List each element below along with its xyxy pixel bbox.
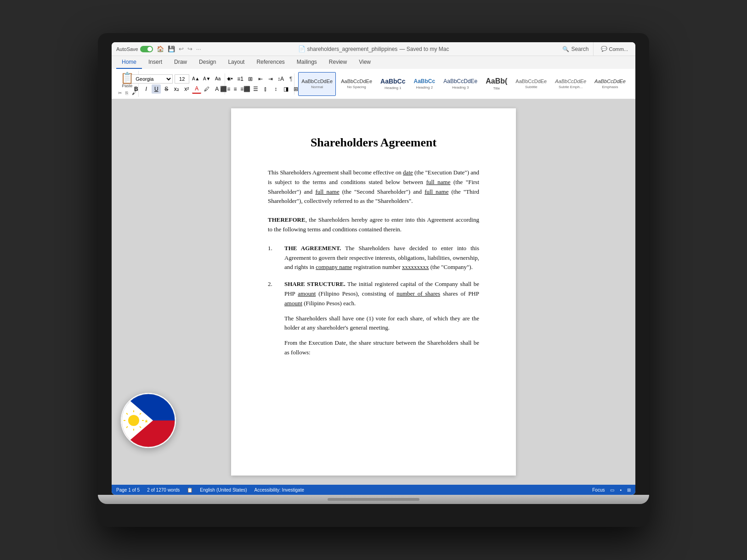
font-name-select[interactable]: Georgia <box>131 74 173 84</box>
numbering-btn[interactable]: ≡1 <box>236 74 245 84</box>
item-2-para2: The Shareholders shall have one (1) vote… <box>284 314 479 333</box>
autosave-toggle[interactable] <box>140 46 153 52</box>
intro-paragraph: This Shareholders Agreement shall become… <box>268 168 479 206</box>
italic-btn[interactable]: I <box>141 84 151 94</box>
style-normal-preview: AaBbCcDdEe <box>301 78 333 84</box>
status-view2[interactable]: ▪ <box>620 487 622 493</box>
autosave-label: AutoSave <box>116 46 138 52</box>
style-semph-label: Subtle Emph... <box>559 85 583 89</box>
tab-home[interactable]: Home <box>116 56 142 69</box>
title-bar-right: 🔍 Search 💬 Comm... <box>502 42 631 56</box>
align-left-btn[interactable]: ⬛≡ <box>221 84 230 94</box>
filename: shareholders_agreement_philippines <box>307 46 398 52</box>
tab-layout[interactable]: Layout <box>222 56 250 69</box>
style-no-spacing[interactable]: AaBbCcDdEe No Spacing <box>338 72 375 96</box>
title-bar-center: 📄 shareholders_agreement_philippines — S… <box>245 45 502 52</box>
style-title-label: Title <box>493 86 500 90</box>
bold-btn[interactable]: B <box>131 84 141 94</box>
list-row: ≡• ≡1 ⊞ ⇤ ⇥ ↕A ¶ <box>226 74 295 84</box>
underline-btn[interactable]: U <box>152 84 161 94</box>
search-label: Search <box>571 46 589 52</box>
font-group: Georgia A▲ A▼ Aa ✦ B I U S x₂ x² <box>141 73 225 95</box>
align-center-btn[interactable]: ≡ <box>231 84 240 94</box>
divider <box>593 42 594 56</box>
status-view1[interactable]: ▭ <box>610 487 614 493</box>
item-2-num: 2. <box>268 280 277 289</box>
decrease-indent-btn[interactable]: ⇤ <box>256 74 265 84</box>
increase-indent-btn[interactable]: ⇥ <box>266 74 275 84</box>
strikethrough-btn[interactable]: S <box>162 84 171 94</box>
tab-insert[interactable]: Insert <box>143 56 168 69</box>
status-zoom[interactable]: ⊞ <box>627 487 631 493</box>
style-heading1[interactable]: AaBbCc Heading 1 <box>377 72 408 96</box>
change-case-btn[interactable]: Aa <box>213 74 222 84</box>
tab-mailings[interactable]: Mailings <box>291 56 323 69</box>
saved-status: — Saved to my Mac <box>399 46 449 52</box>
item-1-content: THE AGREEMENT. The Shareholders have dec… <box>284 244 479 272</box>
bullets-btn[interactable]: ≡• <box>226 74 235 84</box>
amount-2: amount <box>284 300 302 307</box>
tab-references[interactable]: References <box>251 56 290 69</box>
amount-1: amount <box>298 290 316 297</box>
style-title[interactable]: AaBb( Title <box>482 72 510 96</box>
style-normal-label: Normal <box>311 85 323 89</box>
show-marks-btn[interactable]: ¶ <box>286 74 295 84</box>
more-icon[interactable]: ··· <box>196 45 201 52</box>
font-size-decrease[interactable]: A▼ <box>202 74 211 84</box>
align-right-btn[interactable]: ≡⬛ <box>241 84 250 94</box>
line-spacing-btn[interactable]: ↕ <box>271 84 280 94</box>
therefore-word: THEREFORE <box>268 216 306 223</box>
tab-review[interactable]: Review <box>323 56 352 69</box>
superscript-btn[interactable]: x² <box>182 84 191 94</box>
list-item-2: 2. SHARE STRUCTURE. The initial register… <box>268 280 479 367</box>
agreement-list: 1. THE AGREEMENT. The Shareholders have … <box>268 244 479 367</box>
cut-btn[interactable]: ✂ <box>117 90 123 96</box>
status-right: Focus ▭ ▪ ⊞ <box>592 487 631 493</box>
style-subtle-emph[interactable]: AaBbCcDdEe Subtle Emph... <box>552 72 589 96</box>
svg-text:★: ★ <box>124 397 128 402</box>
title-bar-left: AutoSave 🏠 💾 ↩ ↪ ··· <box>116 45 245 52</box>
style-h2-preview: AaBbCc <box>414 78 436 84</box>
font-size-input[interactable] <box>175 74 189 84</box>
highlight-btn[interactable]: 🖊 <box>202 84 211 94</box>
columns-btn[interactable]: ⫿ <box>261 84 270 94</box>
shading-btn[interactable]: ◨ <box>281 84 290 94</box>
style-emphasis[interactable]: AaBbCcDdEe Emphasis <box>591 72 629 96</box>
comment-button[interactable]: 💬 Comm... <box>598 45 631 53</box>
item-1-num: 1. <box>268 244 277 253</box>
subscript-btn[interactable]: x₂ <box>172 84 181 94</box>
style-heading3[interactable]: AaBbCcDdEe Heading 3 <box>440 72 481 96</box>
font-color-btn[interactable]: A <box>192 84 201 94</box>
status-focus[interactable]: Focus <box>592 487 605 493</box>
style-heading2[interactable]: AaBbCc Heading 2 <box>411 72 439 96</box>
laptop-base <box>98 495 649 504</box>
redo-icon[interactable]: ↪ <box>187 45 192 52</box>
style-subtitle[interactable]: AaBbCcDdEe Subtitle <box>512 72 550 96</box>
style-gallery: AaBbCcDdEe Normal AaBbCcDdEe No Spacing … <box>296 71 631 97</box>
status-track: 📋 <box>187 487 192 493</box>
save-icon[interactable]: 💾 <box>168 45 175 52</box>
document-page: Shareholders Agreement This Shareholders… <box>231 108 516 476</box>
style-h1-label: Heading 1 <box>385 86 401 90</box>
item-2-para3: From the Execution Date, the share struc… <box>284 338 479 358</box>
font-size-increase[interactable]: A▲ <box>191 74 200 84</box>
search-bar[interactable]: 🔍 Search <box>562 46 589 52</box>
sort-btn[interactable]: ↕A <box>276 74 285 84</box>
tab-draw[interactable]: Draw <box>169 56 192 69</box>
svg-text:★: ★ <box>144 419 148 424</box>
copy-btn[interactable]: ⎘ <box>124 90 130 96</box>
autosave-section: AutoSave <box>116 46 153 52</box>
style-normal[interactable]: AaBbCcDdEe Normal <box>298 72 336 96</box>
reg-number: xxxxxxxxx <box>402 263 429 270</box>
status-bar: Page 1 of 5 2 of 1270 words 📋 English (U… <box>112 485 635 495</box>
flag-circle: ★ ★ ★ <box>121 393 176 448</box>
multilevel-btn[interactable]: ⊞ <box>246 74 255 84</box>
undo-icon[interactable]: ↩ <box>179 45 184 52</box>
tab-design[interactable]: Design <box>193 56 221 69</box>
align-justify-btn[interactable]: ☰ <box>251 84 260 94</box>
svg-text:★: ★ <box>124 438 128 443</box>
style-h3-preview: AaBbCcDdEe <box>443 78 477 84</box>
document-body: This Shareholders Agreement shall become… <box>268 168 479 367</box>
tab-view[interactable]: View <box>353 56 376 69</box>
home-icon: 🏠 <box>157 45 164 52</box>
